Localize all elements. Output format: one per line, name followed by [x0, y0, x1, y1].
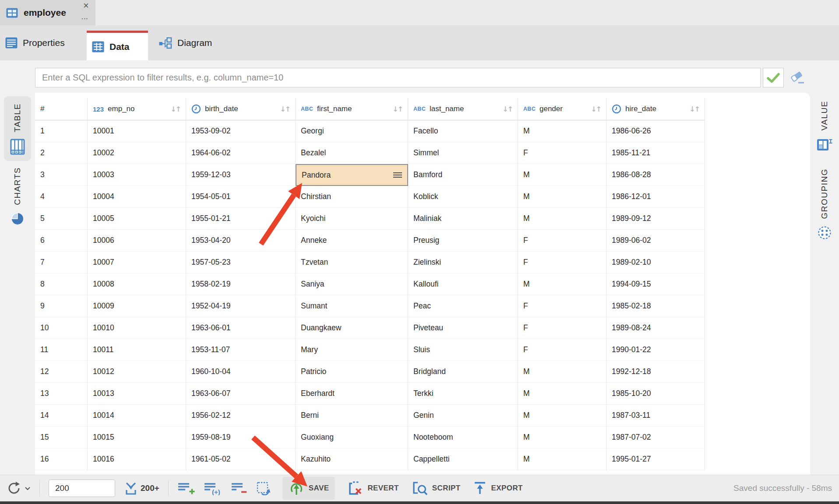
row-number-cell[interactable]: 6 — [35, 230, 88, 252]
tab-diagram[interactable]: Diagram — [153, 25, 230, 60]
data-cell-first_name[interactable]: Berni — [296, 405, 408, 427]
data-cell-first_name[interactable]: Guoxiang — [296, 427, 408, 448]
refresh-button[interactable] — [6, 480, 31, 496]
data-cell-first_name[interactable]: Eberhardt — [296, 383, 408, 405]
fetch-more-button[interactable]: 200+ — [124, 482, 159, 495]
data-cell-last_name[interactable]: Maliniak — [408, 208, 518, 230]
data-cell-gender[interactable]: F — [518, 317, 606, 339]
hamburger-menu-icon[interactable] — [392, 172, 403, 178]
data-cell-emp_no[interactable]: 10006 — [88, 230, 186, 252]
data-cell-first_name[interactable]: Mary — [296, 339, 408, 361]
row-number-cell[interactable]: 10 — [35, 317, 88, 339]
data-cell-gender[interactable]: M — [518, 120, 606, 142]
data-cell-first_name[interactable]: Saniya — [296, 273, 408, 295]
data-cell-emp_no[interactable]: 10007 — [88, 252, 186, 273]
data-cell-emp_no[interactable]: 10004 — [88, 186, 186, 208]
data-cell-last_name[interactable]: Zielinski — [408, 252, 518, 273]
row-number-cell[interactable]: 14 — [35, 405, 88, 427]
delete-row-button[interactable] — [231, 482, 247, 495]
data-cell-gender[interactable]: M — [518, 383, 606, 405]
data-cell-last_name[interactable]: Kalloufi — [408, 273, 518, 295]
export-button[interactable]: EXPORT — [473, 481, 523, 496]
data-cell-hire_date[interactable]: 1989-02-10 — [606, 252, 705, 273]
data-cell-birth_date[interactable]: 1961-05-02 — [186, 448, 296, 470]
data-cell-emp_no[interactable]: 10013 — [88, 383, 186, 405]
data-cell-last_name[interactable]: Sluis — [408, 339, 518, 361]
editor-tab-employee[interactable]: employee × ... — [0, 0, 95, 25]
refresh-cell-button[interactable] — [256, 481, 271, 495]
data-cell-emp_no[interactable]: 10011 — [88, 339, 186, 361]
data-cell-first_name[interactable]: Sumant — [296, 295, 408, 317]
data-cell-gender[interactable]: F — [518, 142, 606, 164]
sort-icon[interactable]: ↓↑ — [502, 105, 512, 113]
add-row-button[interactable] — [177, 482, 195, 495]
tab-properties[interactable]: Properties — [0, 25, 87, 60]
data-cell-gender[interactable]: M — [518, 405, 606, 427]
data-cell-last_name[interactable]: Bridgland — [408, 361, 518, 383]
column-header-hire_date[interactable]: hire_date↓↑ — [606, 98, 705, 120]
row-number-cell[interactable]: 8 — [35, 273, 88, 295]
data-cell-first_name[interactable]: Duangkaew — [296, 317, 408, 339]
data-cell-hire_date[interactable]: 1987-07-02 — [606, 427, 705, 448]
data-cell-hire_date[interactable]: 1987-03-11 — [606, 405, 705, 427]
data-cell-emp_no[interactable]: 10016 — [88, 448, 186, 470]
script-button[interactable]: SCRIPT — [411, 481, 461, 496]
data-cell-last_name[interactable]: Facello — [408, 120, 518, 142]
data-cell-gender[interactable]: F — [518, 295, 606, 317]
data-cell-gender[interactable]: M — [518, 427, 606, 448]
column-header-last_name[interactable]: ABClast_name↓↑ — [408, 98, 518, 120]
column-header-emp_no[interactable]: 123emp_no↓↑ — [88, 98, 186, 120]
revert-button[interactable]: REVERT — [347, 481, 398, 496]
row-number-cell[interactable]: 9 — [35, 295, 88, 317]
fetch-size-input[interactable] — [49, 480, 115, 497]
row-number-cell[interactable]: 1 — [35, 120, 88, 142]
data-cell-emp_no[interactable]: 10009 — [88, 295, 186, 317]
data-cell-first_name[interactable]: Chirstian — [296, 186, 408, 208]
data-cell-hire_date[interactable]: 1986-06-26 — [606, 120, 705, 142]
data-cell-emp_no[interactable]: 10003 — [88, 164, 186, 186]
data-cell-first_name[interactable]: Tzvetan — [296, 252, 408, 273]
apply-filter-button[interactable] — [763, 68, 784, 88]
data-cell-emp_no[interactable]: 10008 — [88, 273, 186, 295]
panel-tab-value[interactable]: VALUE — [810, 101, 839, 152]
data-cell-hire_date[interactable]: 1989-06-02 — [606, 230, 705, 252]
sort-icon[interactable]: ↓↑ — [280, 105, 290, 113]
data-cell-gender[interactable]: F — [518, 339, 606, 361]
column-header-first_name[interactable]: ABCfirst_name↓↑ — [296, 98, 408, 120]
data-cell-birth_date[interactable]: 1963-06-01 — [186, 317, 296, 339]
data-cell-gender[interactable]: M — [518, 208, 606, 230]
data-cell-hire_date[interactable]: 1985-11-21 — [606, 142, 705, 164]
sql-filter-input[interactable] — [35, 68, 761, 88]
data-cell-birth_date[interactable]: 1958-02-19 — [186, 273, 296, 295]
data-cell-gender[interactable]: M — [518, 361, 606, 383]
data-cell-first_name[interactable]: Anneke — [296, 230, 408, 252]
close-icon[interactable]: × — [83, 1, 89, 10]
data-cell-emp_no[interactable]: 10010 — [88, 317, 186, 339]
row-number-cell[interactable]: 4 — [35, 186, 88, 208]
data-cell-last_name[interactable]: Simmel — [408, 142, 518, 164]
data-cell-last_name[interactable]: Nooteboom — [408, 427, 518, 448]
data-cell-birth_date[interactable]: 1955-01-21 — [186, 208, 296, 230]
data-cell-birth_date[interactable]: 1953-11-07 — [186, 339, 296, 361]
panel-tab-table[interactable]: TABLE — [4, 96, 31, 161]
data-cell-hire_date[interactable]: 1986-12-01 — [606, 186, 705, 208]
data-cell-last_name[interactable]: Koblick — [408, 186, 518, 208]
data-cell-hire_date[interactable]: 1995-01-27 — [606, 448, 705, 470]
data-cell-gender[interactable]: M — [518, 273, 606, 295]
data-cell-emp_no[interactable]: 10015 — [88, 427, 186, 448]
panel-tab-grouping[interactable]: GROUPING — [810, 168, 839, 240]
data-cell-hire_date[interactable]: 1994-09-15 — [606, 273, 705, 295]
data-cell-birth_date[interactable]: 1956-02-12 — [186, 405, 296, 427]
data-cell-last_name[interactable]: Cappelletti — [408, 448, 518, 470]
data-cell-birth_date[interactable]: 1957-05-23 — [186, 252, 296, 273]
data-cell-hire_date[interactable]: 1985-10-20 — [606, 383, 705, 405]
data-cell-birth_date[interactable]: 1964-06-02 — [186, 142, 296, 164]
tab-data[interactable]: Data — [87, 31, 148, 60]
data-cell-birth_date[interactable]: 1954-05-01 — [186, 186, 296, 208]
data-cell-emp_no[interactable]: 10005 — [88, 208, 186, 230]
data-cell-last_name[interactable]: Preusig — [408, 230, 518, 252]
data-cell-first_name[interactable]: Kazuhito — [296, 448, 408, 470]
data-cell-birth_date[interactable]: 1963-06-07 — [186, 383, 296, 405]
row-number-cell[interactable]: 15 — [35, 427, 88, 448]
data-cell-birth_date[interactable]: 1960-10-04 — [186, 361, 296, 383]
